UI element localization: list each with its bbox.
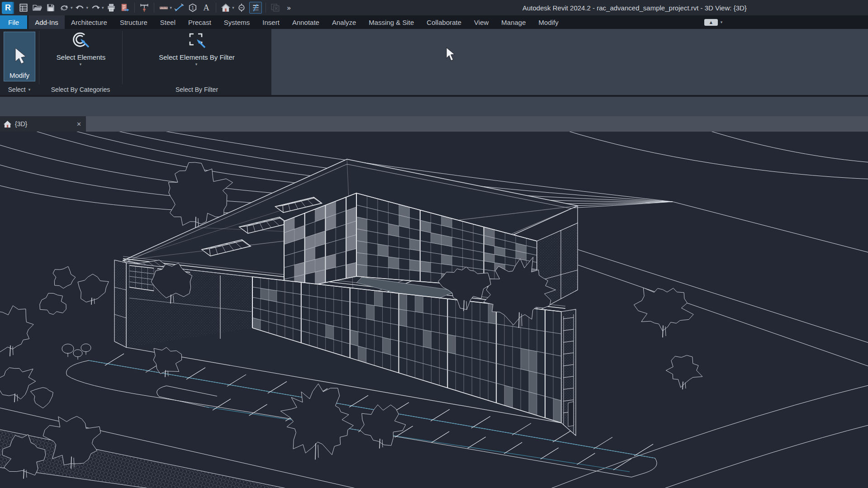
chevron-down-icon[interactable]: ▾ (195, 62, 198, 66)
svg-text:A: A (203, 3, 209, 12)
redo-icon[interactable] (90, 2, 101, 13)
undo-icon[interactable] (74, 2, 86, 13)
chevron-down-icon[interactable]: ▾ (80, 62, 82, 66)
ribbon-tab-manage[interactable]: Manage (495, 15, 532, 29)
home-icon (4, 121, 11, 128)
mouse-cursor (446, 47, 457, 62)
ribbon-tab-massing-site[interactable]: Massing & Site (362, 15, 420, 29)
modify-button-label: Modify (9, 71, 29, 79)
panel-label-row: Select ▾ Select By Categories Select By … (0, 84, 271, 95)
chevron-down-icon[interactable]: ▾ (232, 5, 234, 10)
select-by-filter-icon (186, 32, 207, 50)
revit-logo[interactable]: R (2, 2, 14, 14)
close-inactive-views-icon (270, 2, 281, 13)
sync-icon[interactable] (58, 2, 70, 13)
ribbon-tab-insert[interactable]: Insert (256, 15, 286, 29)
ribbon: Modify Select Elements ▾ Select Elemen (0, 29, 868, 95)
text-icon[interactable]: A (200, 2, 212, 13)
panel-separator (122, 31, 123, 84)
collapse-ribbon-icon[interactable]: ▲ (704, 19, 718, 26)
properties-icon[interactable] (18, 2, 29, 13)
ribbon-tab-collaborate[interactable]: Collaborate (420, 15, 468, 29)
open-icon[interactable] (31, 2, 43, 13)
panel-separator (39, 31, 39, 84)
ribbon-state-control[interactable]: ▲▾ (704, 15, 723, 29)
export-icon[interactable] (119, 2, 131, 13)
ribbon-empty-area (271, 29, 868, 95)
chevron-down-icon[interactable]: ▾ (28, 87, 31, 92)
ribbon-tab-steel[interactable]: Steel (154, 15, 182, 29)
ribbon-tab-add-ins[interactable]: Add-Ins (28, 15, 65, 29)
ribbon-tab-analyze[interactable]: Analyze (326, 15, 362, 29)
section-icon[interactable] (236, 2, 247, 13)
ribbon-tab-file[interactable]: File (0, 15, 27, 29)
measure-icon[interactable] (138, 2, 150, 13)
modify-button[interactable]: Modify (4, 32, 35, 81)
chevron-down-icon[interactable]: ▾ (102, 5, 104, 10)
print-icon[interactable] (105, 2, 117, 13)
revit-window: R ▾▾▾▾1A▾» Autodesk Revit 2024.2 - rac_a… (0, 0, 868, 488)
quick-access-toolbar: ▾▾▾▾1A▾» (17, 2, 296, 14)
chevron-down-icon[interactable]: ▾ (170, 5, 172, 10)
customize-qat-chevrons[interactable]: » (283, 2, 295, 13)
window-title: Autodesk Revit 2024.2 - rac_advanced_sam… (522, 0, 747, 15)
view-tab-label: {3D} (15, 120, 27, 128)
ribbon-tab-precast[interactable]: Precast (182, 15, 218, 29)
ribbon-tab-architecture[interactable]: Architecture (65, 15, 114, 29)
select-elements-icon (71, 32, 91, 50)
panel-select-by-categories[interactable]: Select By Categories (39, 84, 122, 95)
select-elements-by-filter-button[interactable]: Select Elements By Filter ▾ (127, 32, 267, 66)
toolbar-separator (266, 3, 266, 13)
view-tab-strip: {3D} ✕ (0, 116, 868, 132)
toolbar-separator (154, 3, 154, 13)
view-tab-3d[interactable]: {3D} ✕ (0, 116, 86, 132)
panel-select[interactable]: Select ▾ (0, 84, 39, 95)
ribbon-tab-annotate[interactable]: Annotate (286, 15, 326, 29)
svg-text:1: 1 (191, 5, 194, 10)
ribbon-tab-systems[interactable]: Systems (218, 15, 256, 29)
home-3d-view-icon[interactable] (220, 2, 232, 13)
chevron-down-icon[interactable]: ▾ (86, 5, 89, 10)
toolbar-separator (216, 3, 216, 13)
panel-by-filter-label: Select By Filter (175, 86, 218, 93)
panel-select-label: Select (8, 86, 26, 93)
ribbon-tab-row: FileAdd-InsArchitectureStructureSteelPre… (0, 15, 868, 29)
ribbon-tab-structure[interactable]: Structure (114, 15, 154, 29)
toolbar-separator (134, 3, 135, 13)
chevron-down-icon[interactable]: ▾ (71, 5, 73, 10)
aligned-dimension-icon[interactable] (173, 2, 185, 13)
select-elements-button[interactable]: Select Elements ▾ (43, 32, 119, 66)
modify-cursor-icon (12, 47, 27, 67)
ribbon-tab-view[interactable]: View (468, 15, 495, 29)
select-by-filter-label: Select Elements By Filter (159, 53, 235, 61)
dimension-icon[interactable] (158, 2, 170, 13)
ribbon-tab-modify[interactable]: Modify (532, 15, 565, 29)
options-bar (0, 97, 868, 116)
panel-by-categories-label: Select By Categories (51, 86, 110, 93)
drawing-area[interactable] (0, 132, 868, 488)
select-elements-label: Select Elements (57, 53, 105, 61)
thin-lines-icon[interactable] (249, 2, 262, 14)
3d-wireframe-view (0, 132, 868, 488)
panel-select-by-filter[interactable]: Select By Filter (122, 84, 271, 95)
tag-icon[interactable]: 1 (187, 2, 199, 13)
save-icon[interactable] (45, 2, 57, 13)
title-bar: R ▾▾▾▾1A▾» Autodesk Revit 2024.2 - rac_a… (0, 0, 868, 15)
close-icon[interactable]: ✕ (76, 121, 81, 128)
chevron-down-icon[interactable]: ▾ (721, 20, 723, 24)
